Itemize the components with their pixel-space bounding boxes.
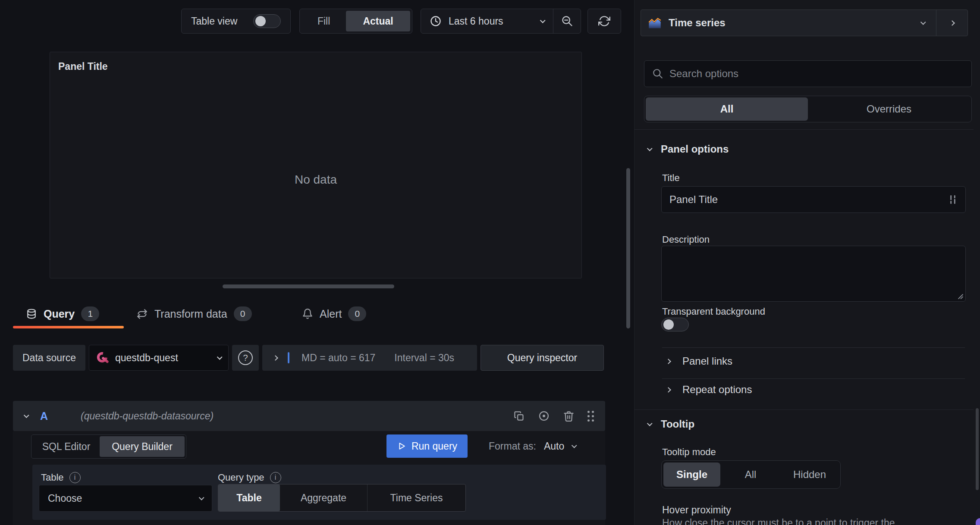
options-search-input[interactable] [669,68,964,80]
tab-query-label: Query [44,308,75,320]
transparent-background-toggle[interactable] [661,318,689,331]
options-search [644,60,972,87]
tab-query-count: 1 [81,306,99,321]
options-filter-tabs: All Overrides [644,96,972,122]
tab-query[interactable]: Query 1 [26,303,99,325]
play-icon [397,441,406,451]
question-circle-icon: ? [238,350,253,365]
query-options-indicator [288,352,289,363]
datasource-label: Data source [13,345,85,371]
panel-title-field [661,186,966,213]
tab-transform-data[interactable]: Transform data 0 [136,303,252,325]
table-view-toggle[interactable] [253,14,281,28]
drag-handle-icon[interactable] [587,411,594,422]
panel-links-label: Panel links [682,355,732,367]
visualization-select[interactable]: Time series [641,10,936,36]
query-row-header[interactable]: A (questdb-questdb-datasource) [13,401,605,431]
description-field [661,246,966,302]
filter-tab-overrides[interactable]: Overrides [808,97,970,121]
editor-mode-switch: SQL Editor Query Builder [31,434,186,459]
sql-editor-option[interactable]: SQL Editor [33,436,100,457]
horizontal-scrollbar[interactable] [223,284,394,288]
query-inspector-button[interactable]: Query inspector [481,345,604,371]
format-as-control: Format as: Auto [489,434,576,458]
hide-response-icon[interactable] [538,410,550,422]
display-mode-switch: Fill Actual [299,9,412,34]
query-type-table[interactable]: Table [218,484,280,511]
toggle-knob [663,319,674,330]
query-type-timeseries[interactable]: Time Series [368,484,465,511]
collapse-pane-button[interactable] [936,10,967,36]
tooltip-mode-label: Tooltip mode [662,447,716,458]
max-data-points-summary: MD = auto = 617 [302,352,375,364]
zoom-out-icon [561,15,573,27]
chevron-right-icon [666,359,671,364]
datasource-name: questdb-quest [115,352,211,364]
tooltip-mode-single[interactable]: Single [663,462,720,487]
preview-panel[interactable]: Panel Title No data [50,52,582,278]
panel-options-header-label: Panel options [661,143,729,155]
vertical-scrollbar[interactable] [626,168,630,328]
hover-proximity-label: Hover proximity [662,504,731,516]
table-field-label: Table i [41,472,81,483]
time-range-label: Last 6 hours [449,16,534,27]
tooltip-mode-hidden[interactable]: Hidden [781,462,839,487]
query-builder-option[interactable]: Query Builder [100,436,185,457]
tab-alert[interactable]: Alert 0 [302,303,366,325]
tooltip-mode-all[interactable]: All [720,462,781,487]
title-field-label: Title [662,172,680,184]
pane-scrollbar[interactable] [976,408,979,490]
query-type-switch: Table Aggregate Time Series [218,484,466,512]
divider [634,409,974,410]
timeseries-chart-icon [648,16,662,30]
transform-icon [136,308,148,320]
refresh-button[interactable] [587,9,621,34]
format-as-value[interactable]: Auto [544,441,564,452]
search-icon [652,68,663,79]
database-icon [26,308,37,319]
table-view-label: Table view [191,16,237,27]
table-select[interactable]: Choose [39,485,212,512]
panel-links-row[interactable]: Panel links [666,355,732,367]
questdb-logo-icon [96,351,109,364]
description-textarea[interactable] [662,246,965,301]
query-options-row[interactable]: MD = auto = 617 Interval = 30s [262,345,477,371]
run-query-button[interactable]: Run query [386,434,468,458]
chevron-right-icon [273,355,278,361]
chevron-right-icon [666,387,671,393]
tab-alert-label: Alert [320,308,342,320]
toggle-knob [255,16,266,26]
active-tab-indicator [13,326,124,328]
datasource-picker[interactable]: questdb-quest [89,345,229,371]
panel-options-section-header[interactable]: Panel options [647,143,729,155]
filter-tab-all[interactable]: All [646,97,808,121]
visualization-name: Time series [669,17,914,29]
tab-transform-label: Transform data [154,308,227,320]
no-data-message: No data [50,173,581,187]
chevron-down-icon [920,19,926,25]
query-type-aggregate[interactable]: Aggregate [280,484,368,511]
refresh-icon [598,15,610,27]
delete-query-icon[interactable] [563,410,575,422]
chevron-down-icon[interactable] [24,412,29,418]
chevron-down-icon[interactable] [572,443,577,448]
query-builder-block: Table i Query type i Choose Table Aggreg… [32,465,606,520]
panel-title-input[interactable] [669,194,948,206]
query-datasource-hint: (questdb-questdb-datasource) [81,410,214,422]
actual-option[interactable]: Actual [346,11,410,31]
table-select-value: Choose [48,493,82,504]
resize-handle-icon[interactable] [957,293,963,299]
duplicate-query-icon[interactable] [513,410,525,422]
variable-suggestions-icon[interactable] [948,194,958,205]
fill-option[interactable]: Fill [302,11,346,31]
zoom-out-button[interactable] [553,9,581,33]
time-range-picker[interactable]: Last 6 hours [421,9,553,33]
chevron-down-icon [199,495,204,500]
datasource-help-button[interactable]: ? [232,345,259,371]
repeat-options-row[interactable]: Repeat options [666,384,752,396]
hover-proximity-help: How close the cursor must be to a point … [662,516,947,525]
panel-title: Panel Title [58,61,108,72]
chevron-right-icon [949,20,955,26]
visualization-picker: Time series [641,9,968,36]
tooltip-section-header[interactable]: Tooltip [647,418,694,430]
